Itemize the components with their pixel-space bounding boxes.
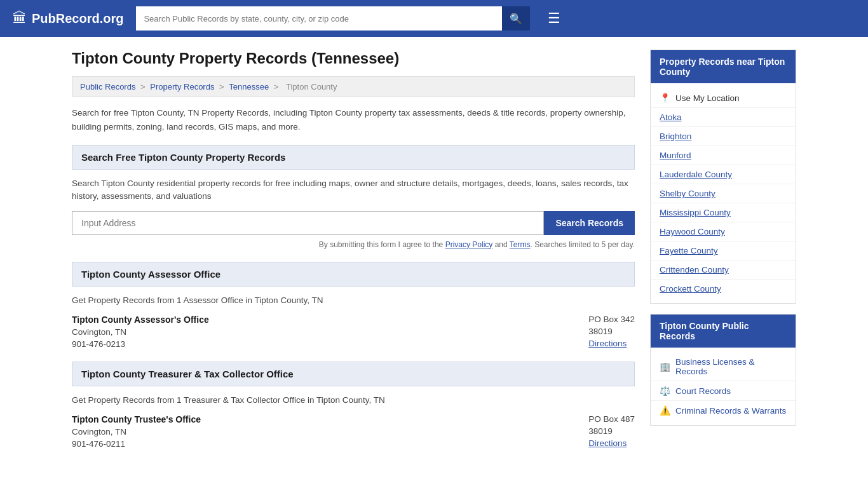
treasurer-office-phone: 901-476-0211 [72, 439, 201, 449]
page-title: Tipton County Property Records (Tennesse… [72, 50, 635, 67]
search-input-row: Search Records [72, 211, 635, 235]
sidebar-item-haywood[interactable]: Haywood County [651, 222, 796, 241]
treasurer-directions-link[interactable]: Directions [588, 438, 635, 448]
logo-text: PubRecord.org [32, 11, 123, 26]
breadcrumb-separator-3: > [274, 82, 281, 92]
nearby-box-body: 📍 Use My Location Atoka Brighton Munford… [651, 83, 796, 303]
public-records-court[interactable]: ⚖️ Court Records [651, 381, 796, 401]
sidebar-item-crockett[interactable]: Crockett County [651, 280, 796, 298]
global-search-button[interactable]: 🔍 [502, 6, 530, 30]
assessor-office-zip: 38019 [588, 327, 635, 336]
assessor-section-header: Tipton County Assessor Office [72, 262, 635, 287]
assessor-office-card: Tipton County Assessor's Office Covingto… [72, 315, 635, 349]
sidebar-item-fayette[interactable]: Fayette County [651, 241, 796, 261]
breadcrumb-separator-2: > [219, 82, 226, 92]
terms-link[interactable]: Terms [510, 240, 531, 249]
address-input[interactable] [72, 211, 544, 235]
privacy-policy-link[interactable]: Privacy Policy [445, 240, 493, 249]
disclaimer-text: By submitting this form I agree to the [319, 240, 445, 249]
use-location-item[interactable]: 📍 Use My Location [651, 88, 796, 108]
search-section: Search Free Tipton County Property Recor… [72, 145, 635, 249]
search-section-description: Search Tipton County residential propert… [72, 177, 635, 203]
assessor-directions-link[interactable]: Directions [588, 339, 635, 348]
treasurer-office-city: Covington, TN [72, 427, 201, 437]
treasurer-section-description: Get Property Records from 1 Treasurer & … [72, 394, 635, 407]
breadcrumb-separator-1: > [140, 82, 147, 92]
limit-text: . Searches limited to 5 per day. [530, 240, 635, 249]
breadcrumb-tipton-county: Tipton County [286, 82, 337, 92]
page-container: Tipton County Property Records (Tennesse… [59, 37, 809, 474]
assessor-section-description: Get Property Records from 1 Assessor Off… [72, 294, 635, 307]
assessor-office-left: Tipton County Assessor's Office Covingto… [72, 315, 209, 349]
public-records-header: Tipton County Public Records [651, 315, 796, 348]
nearby-box: Property Records near Tipton County 📍 Us… [650, 50, 796, 304]
global-search-bar: 🔍 [136, 6, 530, 30]
search-records-button[interactable]: Search Records [544, 211, 635, 235]
building-icon: 🏛 [13, 10, 27, 27]
sidebar-item-brighton[interactable]: Brighton [651, 127, 796, 146]
site-header: 🏛 PubRecord.org 🔍 ☰ [0, 0, 868, 37]
treasurer-office-po: PO Box 487 [588, 414, 635, 424]
use-location-label: Use My Location [675, 93, 740, 103]
treasurer-office-right: PO Box 487 38019 Directions [588, 414, 635, 449]
public-records-box: Tipton County Public Records 🏢 Business … [650, 314, 796, 426]
court-label: Court Records [675, 386, 731, 396]
treasurer-office-left: Tipton County Trustee's Office Covington… [72, 414, 201, 449]
assessor-office-section: Tipton County Assessor Office Get Proper… [72, 262, 635, 349]
page-description: Search for free Tipton County, TN Proper… [72, 106, 635, 133]
treasurer-office-section: Tipton County Treasurer & Tax Collector … [72, 362, 635, 449]
assessor-office-po: PO Box 342 [588, 315, 635, 324]
breadcrumb-tennessee[interactable]: Tennessee [229, 82, 269, 92]
assessor-office-name: Tipton County Assessor's Office [72, 315, 209, 325]
and-text: and [492, 240, 509, 249]
location-pin-icon: 📍 [660, 93, 670, 103]
sidebar: Property Records near Tipton County 📍 Us… [650, 50, 796, 461]
sidebar-item-munford[interactable]: Munford [651, 146, 796, 165]
business-icon: 🏢 [660, 362, 670, 372]
main-content: Tipton County Property Records (Tennesse… [72, 50, 635, 461]
breadcrumb: Public Records > Property Records > Tenn… [72, 76, 635, 97]
sidebar-item-mississippi[interactable]: Mississippi County [651, 203, 796, 222]
breadcrumb-property-records[interactable]: Property Records [150, 82, 214, 92]
sidebar-item-lauderdale[interactable]: Lauderdale County [651, 165, 796, 184]
address-search-form: Search Records By submitting this form I… [72, 211, 635, 249]
treasurer-office-name: Tipton County Trustee's Office [72, 414, 201, 424]
form-disclaimer: By submitting this form I agree to the P… [72, 240, 635, 249]
breadcrumb-public-records[interactable]: Public Records [80, 82, 135, 92]
hamburger-menu-icon[interactable]: ☰ [548, 10, 560, 27]
sidebar-item-atoka[interactable]: Atoka [651, 108, 796, 127]
treasurer-office-zip: 38019 [588, 426, 635, 436]
search-section-header: Search Free Tipton County Property Recor… [72, 145, 635, 170]
assessor-office-city: Covington, TN [72, 327, 209, 337]
criminal-icon: ⚠️ [660, 405, 670, 416]
public-records-criminal[interactable]: ⚠️ Criminal Records & Warrants [651, 401, 796, 420]
global-search-input[interactable] [136, 6, 502, 30]
public-records-body: 🏢 Business Licenses & Records ⚖️ Court R… [651, 348, 796, 425]
nearby-box-header: Property Records near Tipton County [651, 50, 796, 83]
treasurer-office-card: Tipton County Trustee's Office Covington… [72, 414, 635, 449]
logo-link[interactable]: 🏛 PubRecord.org [13, 10, 123, 27]
court-icon: ⚖️ [660, 386, 670, 396]
search-icon: 🔍 [510, 13, 522, 24]
treasurer-section-header: Tipton County Treasurer & Tax Collector … [72, 362, 635, 386]
assessor-office-phone: 901-476-0213 [72, 339, 209, 349]
criminal-label: Criminal Records & Warrants [675, 406, 786, 416]
sidebar-item-shelby[interactable]: Shelby County [651, 184, 796, 203]
business-label: Business Licenses & Records [675, 357, 787, 376]
public-records-business[interactable]: 🏢 Business Licenses & Records [651, 353, 796, 381]
assessor-office-right: PO Box 342 38019 Directions [588, 315, 635, 349]
sidebar-item-crittenden[interactable]: Crittenden County [651, 261, 796, 280]
